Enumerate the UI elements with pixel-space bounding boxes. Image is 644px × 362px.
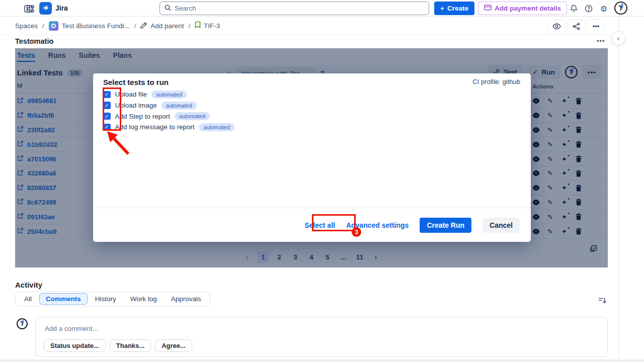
cancel-button[interactable]: Cancel [482,218,520,233]
select-tests-modal: Select tests to run CI profile: github ✓… [93,73,531,242]
automated-badge: automated [175,112,210,120]
page-bottom-strip [0,359,644,362]
search-placeholder: Search [175,5,196,12]
breadcrumb-spaces[interactable]: Spaces [15,22,38,30]
comment-box[interactable]: Add a comment... Status update...Thanks.… [35,317,608,357]
create-run-button[interactable]: Create Run [420,218,471,233]
notifications-bell-icon[interactable] [568,3,580,15]
activity-tab-history[interactable]: History [89,293,123,305]
collapse-panel-icon[interactable]: ‹ [611,31,625,45]
activity-sort-icon[interactable] [598,297,607,306]
widget-title: Testomatio [15,37,53,45]
checkbox-checked[interactable]: ✓ [103,113,111,120]
search-icon [165,4,171,13]
edit-icon [140,22,147,31]
widget-more-icon[interactable]: ••• [597,37,605,45]
ci-profile-label: CI profile: github [472,78,520,85]
breadcrumb: Spaces / Test iBusiness Fundi... / Add p… [0,17,618,35]
help-icon[interactable] [583,3,595,15]
bookmark-icon [195,21,201,31]
test-checklist-row: ✓Add Step to reportautomated [103,111,234,122]
quick-replies: Status update...Thanks...Agree... [44,339,192,352]
app-switcher-icon[interactable] [24,3,36,15]
settings-gear-icon[interactable]: ⚙ [598,3,610,15]
right-panel-divider [618,17,619,362]
comment-input[interactable]: Add a comment... [45,325,98,332]
modal-footer: Select all Advanced settings Create Run … [93,208,531,242]
annotation-step-badge: 3 [352,227,361,237]
activity-tab-bar: AllCommentsHistoryWork logApprovals [15,292,210,306]
page-actions: ••• [548,19,605,34]
top-navigation-bar: Jira Search + Create Add payment details [0,0,644,17]
checkbox-checked[interactable]: ✓ [103,91,111,99]
activity-tab-comments[interactable]: Comments [39,293,88,305]
search-input[interactable]: Search [159,2,429,15]
app-title: Jira [55,4,68,12]
activity-tab-all[interactable]: All [18,293,38,305]
breadcrumb-project[interactable]: Test iBusiness Fundi... [62,22,130,30]
test-checklist: ✓Upload fileautomated✓Upload imageautoma… [103,89,234,133]
credit-card-icon [484,5,492,12]
modal-title: Select tests to run [103,78,169,86]
select-all-link[interactable]: Select all [304,221,335,229]
share-icon[interactable] [568,19,585,34]
add-payment-details-button[interactable]: Add payment details [478,2,567,15]
quick-reply-button[interactable]: Status update... [44,339,106,352]
test-checklist-row: ✓Add log message to reportautomated [103,122,234,133]
watch-eye-icon[interactable] [548,19,566,34]
more-actions-icon[interactable]: ••• [587,19,605,34]
activity-tab-work-log[interactable]: Work log [124,293,164,305]
quick-reply-button[interactable]: Thanks... [110,339,151,352]
quick-reply-button[interactable]: Agree... [155,339,192,352]
activity-title: Activity [15,281,42,289]
comment-user-avatar: T▌ [17,318,28,329]
automated-badge: automated [199,123,234,131]
user-avatar[interactable]: T▌ [614,2,627,15]
jira-logo[interactable] [39,2,52,15]
test-checklist-row: ✓Upload fileautomated [103,89,234,100]
create-button[interactable]: + Create [434,2,474,15]
activity-tab-approvals[interactable]: Approvals [165,293,208,305]
automated-badge: automated [162,102,197,110]
breadcrumb-add-parent[interactable]: Add parent [150,22,184,30]
automated-badge: automated [151,90,187,99]
checkbox-checked[interactable]: ✓ [103,124,111,131]
test-checklist-row: ✓Upload imageautomated [103,100,234,111]
space-avatar [49,21,58,31]
checkbox-checked[interactable]: ✓ [103,102,111,109]
plus-icon: + [440,5,444,12]
breadcrumb-issue-key[interactable]: TIF-3 [204,22,220,30]
